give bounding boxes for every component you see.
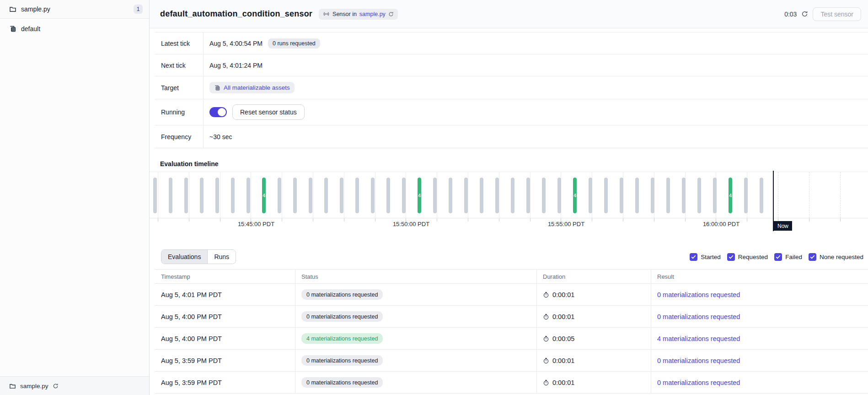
folder-icon <box>9 5 16 13</box>
test-sensor-button[interactable]: Test sensor <box>813 7 861 21</box>
target-assets-link[interactable]: All materializable assets <box>209 82 295 93</box>
timestamp-cell: Aug 5, 4:00 PM PDT <box>161 335 222 342</box>
refresh-icon[interactable] <box>801 11 808 17</box>
sidebar-footer-label: sample.py <box>20 383 48 390</box>
timeline-bar[interactable] <box>215 178 219 213</box>
timestamp-cell: Aug 5, 3:59 PM PDT <box>161 357 222 364</box>
filter-label: Requested <box>738 254 768 260</box>
gridline <box>189 172 189 218</box>
column-header-timestamp: Timestamp <box>155 270 295 283</box>
timeline-bar[interactable] <box>246 178 250 213</box>
timeline-bar[interactable] <box>744 178 748 213</box>
timestamp-cell: Aug 5, 4:00 PM PDT <box>161 313 222 320</box>
axis-tick <box>840 218 841 222</box>
code-location-label: sample.py <box>21 5 50 13</box>
timeline-bar[interactable] <box>526 178 530 213</box>
refresh-icon[interactable] <box>53 383 59 389</box>
status-badge: 4 materializations requested <box>301 333 383 344</box>
main-content: default_automation_condition_sensor Sens… <box>150 0 868 395</box>
timeline-bar-success[interactable]: 4 <box>729 178 732 213</box>
filter-checkbox-failed[interactable]: Failed <box>774 253 802 261</box>
axis-tick <box>747 218 747 222</box>
bar-run-count: 4 <box>729 193 732 198</box>
app-root: sample.py 1 default sample.py <box>0 0 868 395</box>
timeline-bar[interactable] <box>340 178 343 213</box>
detail-label: Running <box>155 99 204 125</box>
axis-tick <box>530 218 530 222</box>
filter-checkbox-requested[interactable]: Requested <box>727 253 768 261</box>
timeline-bar[interactable] <box>760 178 763 213</box>
timeline-bar[interactable] <box>604 178 608 213</box>
result-link[interactable]: 0 materializations requested <box>657 291 740 298</box>
timeline-bar[interactable] <box>169 178 172 213</box>
duration-value: 0:00:05 <box>552 335 574 342</box>
axis-tick <box>592 218 592 222</box>
sidebar: sample.py 1 default sample.py <box>0 0 150 395</box>
sidebar-item-asset-group-default[interactable]: default <box>0 19 149 39</box>
reset-sensor-status-button[interactable]: Reset sensor status <box>232 104 305 120</box>
tab-evaluations[interactable]: Evaluations <box>161 250 207 264</box>
checkbox-checked[interactable] <box>809 253 816 261</box>
timeline-bar[interactable] <box>293 178 297 213</box>
timeline-bar[interactable] <box>371 178 375 213</box>
running-toggle[interactable] <box>209 107 227 117</box>
result-link[interactable]: 0 materializations requested <box>657 379 740 386</box>
timeline-bar[interactable] <box>666 178 670 213</box>
timeline-bar[interactable] <box>324 178 328 213</box>
timeline-bar[interactable] <box>386 178 390 213</box>
timeline-bar[interactable] <box>480 178 483 213</box>
tab-runs[interactable]: Runs <box>207 250 236 264</box>
timeline-bar-success[interactable]: 4 <box>418 178 421 213</box>
timeline-bar[interactable] <box>309 178 312 213</box>
timeline-bar[interactable] <box>200 178 204 213</box>
sidebar-item-code-location[interactable]: sample.py 1 <box>0 0 149 19</box>
filter-checkbox-none-requested[interactable]: None requested <box>809 253 863 261</box>
timeline-bar[interactable] <box>542 178 546 213</box>
duration-value: 0:00:01 <box>552 291 574 298</box>
checkbox-checked[interactable] <box>774 253 782 261</box>
runs-requested-badge: 0 runs requested <box>268 38 320 49</box>
axis-tick-label: 15:55:00 PDT <box>548 221 584 227</box>
timeline-bar[interactable] <box>651 178 654 213</box>
timeline-bar[interactable] <box>495 178 499 213</box>
page-title: default_automation_condition_sensor <box>160 9 312 19</box>
timeline-bar[interactable] <box>697 178 701 213</box>
result-link[interactable]: 0 materializations requested <box>657 357 740 364</box>
column-header-result: Result <box>651 270 868 283</box>
timeline-bar[interactable] <box>682 178 686 213</box>
result-link[interactable]: 0 materializations requested <box>657 313 740 320</box>
timeline-bar[interactable] <box>464 178 468 213</box>
timeline-bar[interactable] <box>433 178 437 213</box>
filter-checkbox-started[interactable]: Started <box>690 253 721 261</box>
timeline-bar[interactable] <box>184 178 188 213</box>
timeline-bar[interactable] <box>449 178 452 213</box>
sensor-origin-badge: Sensor in sample.py <box>319 9 398 20</box>
result-link[interactable]: 4 materializations requested <box>657 335 740 342</box>
checkbox-checked[interactable] <box>690 253 697 261</box>
frequency-value: ~30 sec <box>209 133 232 141</box>
bar-run-count: 4 <box>418 193 421 198</box>
timeline-bar[interactable] <box>589 178 592 213</box>
timeline-bar[interactable] <box>713 178 717 213</box>
duration-value: 0:00:01 <box>552 379 574 386</box>
axis-tick <box>220 218 220 222</box>
timeline-bar[interactable] <box>231 178 235 213</box>
timeline-bar-success[interactable]: 4 <box>262 178 266 213</box>
timeline-bar-success[interactable]: 4 <box>573 178 577 213</box>
timeline-bar[interactable] <box>511 178 514 213</box>
timeline-bar[interactable] <box>557 178 561 213</box>
timeline-bar[interactable] <box>620 178 623 213</box>
timeline-bar[interactable] <box>153 178 157 213</box>
checkbox-checked[interactable] <box>727 253 735 261</box>
timeline-bar[interactable] <box>355 178 359 213</box>
view-segmented-control: Evaluations Runs <box>161 249 236 264</box>
sensor-badge-location-link[interactable]: sample.py <box>359 11 386 17</box>
duration-value: 0:00:01 <box>552 357 574 364</box>
refresh-icon[interactable] <box>388 11 394 17</box>
stopwatch-icon <box>543 357 549 364</box>
bar-run-count: 4 <box>573 193 577 198</box>
timeline-bar[interactable] <box>635 178 639 213</box>
timeline-bar[interactable] <box>402 178 406 213</box>
timeline-bar[interactable] <box>278 178 281 213</box>
page-header: default_automation_condition_sensor Sens… <box>150 0 868 28</box>
